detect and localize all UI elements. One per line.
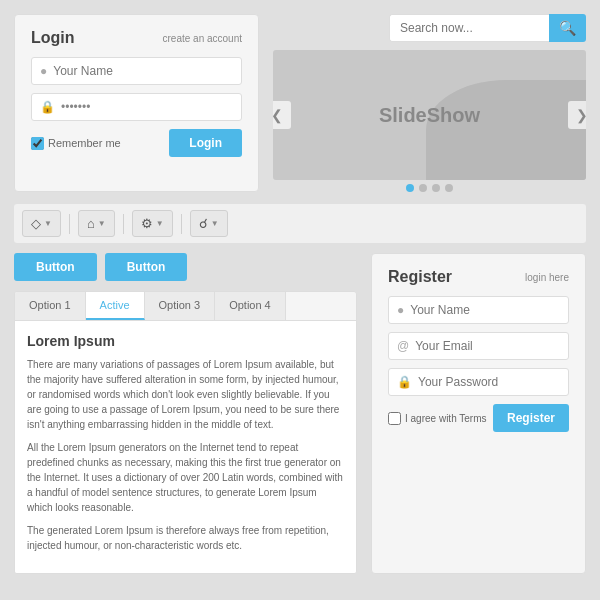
tab-option4[interactable]: Option 4	[215, 292, 286, 320]
username-input[interactable]	[53, 64, 233, 78]
tab-active[interactable]: Active	[86, 292, 145, 320]
agree-terms-text: I agree with Terms	[405, 413, 487, 424]
search-dropdown-arrow: ▼	[211, 219, 219, 228]
reg-email-input-group: @	[388, 332, 569, 360]
reg-name-input[interactable]	[410, 303, 560, 317]
slideshow: ❮ SlideShow ❯	[273, 50, 586, 180]
tabs-content: Lorem Ipsum There are many variations of…	[15, 321, 356, 573]
slide-prev-button[interactable]: ❮	[273, 101, 291, 129]
register-header: Register login here	[388, 268, 569, 286]
search-bar: 🔍	[389, 14, 586, 42]
reg-user-icon: ●	[397, 303, 404, 317]
login-here-link[interactable]: login here	[525, 272, 569, 283]
slide-next-button[interactable]: ❯	[568, 101, 586, 129]
reg-email-input[interactable]	[415, 339, 560, 353]
user-icon: ●	[40, 64, 47, 78]
password-input-group: 🔒	[31, 93, 242, 121]
search-menu-button[interactable]: ☌ ▼	[190, 210, 228, 237]
register-button[interactable]: Register	[493, 404, 569, 432]
remember-me-label[interactable]: Remember me	[31, 137, 121, 150]
password-input[interactable]	[61, 100, 233, 114]
login-widget: Login create an account ● 🔒 Remember me …	[14, 14, 259, 192]
settings-menu-button[interactable]: ⚙ ▼	[132, 210, 173, 237]
login-footer: Remember me Login	[31, 129, 242, 157]
gear-icon: ⚙	[141, 216, 153, 231]
button-1[interactable]: Button	[14, 253, 97, 281]
user-menu-button[interactable]: ◇ ▼	[22, 210, 61, 237]
login-button[interactable]: Login	[169, 129, 242, 157]
reg-password-input-group: 🔒	[388, 368, 569, 396]
lock-icon: 🔒	[40, 100, 55, 114]
dot-2[interactable]	[419, 184, 427, 192]
register-title: Register	[388, 268, 452, 286]
content-paragraph-2: All the Lorem Ipsum generators on the In…	[27, 440, 344, 515]
toolbar-divider-1	[69, 214, 70, 234]
register-widget: Register login here ● @ 🔒 I agree with T…	[371, 253, 586, 574]
login-header: Login create an account	[31, 29, 242, 47]
home-menu-button[interactable]: ⌂ ▼	[78, 210, 115, 237]
content-paragraph-1: There are many variations of passages of…	[27, 357, 344, 432]
reg-lock-icon: 🔒	[397, 375, 412, 389]
dot-1[interactable]	[406, 184, 414, 192]
settings-dropdown-arrow: ▼	[156, 219, 164, 228]
tab-option1[interactable]: Option 1	[15, 292, 86, 320]
home-dropdown-arrow: ▼	[98, 219, 106, 228]
user-dropdown-arrow: ▼	[44, 219, 52, 228]
dot-4[interactable]	[445, 184, 453, 192]
content-paragraph-3: The generated Lorem Ipsum is therefore a…	[27, 523, 344, 553]
slideshow-bg	[426, 80, 586, 180]
agree-terms-checkbox[interactable]	[388, 412, 401, 425]
toolbar: ◇ ▼ ⌂ ▼ ⚙ ▼ ☌ ▼	[14, 204, 586, 243]
create-account-link[interactable]: create an account	[163, 33, 243, 44]
remember-me-checkbox[interactable]	[31, 137, 44, 150]
slideshow-inner: SlideShow	[273, 50, 586, 180]
search-toolbar-icon: ☌	[199, 216, 208, 231]
action-buttons: Button Button	[14, 253, 357, 281]
slideshow-label: SlideShow	[379, 104, 480, 127]
toolbar-divider-2	[123, 214, 124, 234]
remember-me-text: Remember me	[48, 137, 121, 149]
button-2[interactable]: Button	[105, 253, 188, 281]
user-toolbar-icon: ◇	[31, 216, 41, 231]
search-button[interactable]: 🔍	[549, 14, 586, 42]
content-title: Lorem Ipsum	[27, 333, 344, 349]
home-toolbar-icon: ⌂	[87, 216, 95, 231]
reg-password-input[interactable]	[418, 375, 560, 389]
tab-option3[interactable]: Option 3	[145, 292, 216, 320]
agree-terms-label[interactable]: I agree with Terms	[388, 412, 487, 425]
slide-dots	[273, 184, 586, 192]
right-panel: 🔍 ❮ SlideShow ❯	[273, 14, 586, 192]
username-input-group: ●	[31, 57, 242, 85]
tabs-panel: Option 1 Active Option 3 Option 4 Lorem …	[14, 291, 357, 574]
tabs-header: Option 1 Active Option 3 Option 4	[15, 292, 356, 321]
register-footer: I agree with Terms Register	[388, 404, 569, 432]
toolbar-divider-3	[181, 214, 182, 234]
reg-email-icon: @	[397, 339, 409, 353]
login-title: Login	[31, 29, 75, 47]
dot-3[interactable]	[432, 184, 440, 192]
reg-name-input-group: ●	[388, 296, 569, 324]
search-input[interactable]	[389, 14, 549, 42]
